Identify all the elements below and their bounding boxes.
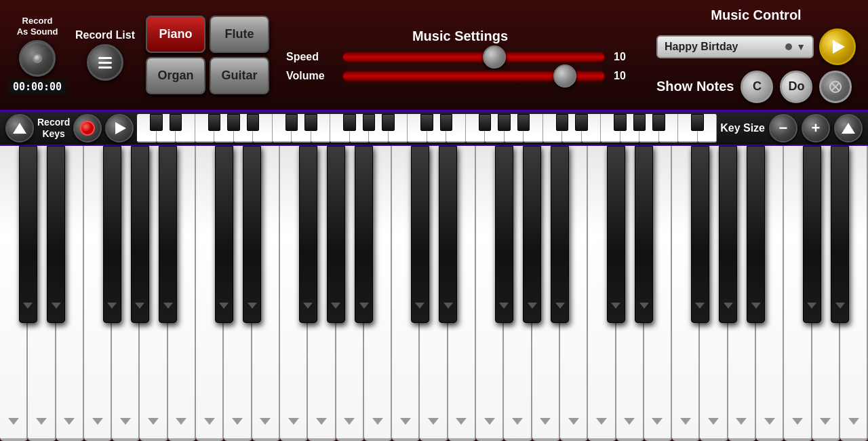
show-notes-label: Show Notes	[656, 79, 734, 94]
record-list-label: Record List	[75, 29, 135, 41]
record-list-button[interactable]	[87, 44, 123, 81]
top-bar: RecordAs Sound 00:00:00 Record List Pian…	[0, 0, 868, 112]
instrument-buttons: Piano Flute Organ Guitar	[146, 16, 269, 94]
music-settings-title: Music Settings	[412, 28, 508, 44]
black-key[interactable]	[831, 146, 849, 323]
mini-white-keys	[137, 114, 717, 142]
black-key[interactable]	[103, 146, 121, 323]
speed-slider-track[interactable]	[342, 51, 606, 63]
music-control-section: Music Control Happy Birtday ▼ Show Notes…	[651, 2, 861, 109]
volume-value: 10	[614, 70, 634, 82]
black-key[interactable]	[439, 146, 457, 323]
black-key[interactable]	[215, 146, 233, 323]
black-key[interactable]	[355, 146, 373, 323]
key-size-increase-button[interactable]: +	[802, 114, 830, 142]
speed-row: Speed 10	[286, 51, 634, 63]
play-button[interactable]	[819, 28, 856, 65]
black-key[interactable]	[327, 146, 345, 323]
play-keys-button[interactable]	[105, 114, 134, 142]
play-icon	[833, 40, 845, 54]
black-key[interactable]	[495, 146, 513, 323]
note-do-button[interactable]: Do	[780, 71, 812, 103]
speed-label: Speed	[286, 51, 334, 63]
music-control-title: Music Control	[656, 7, 856, 23]
record-keys-button[interactable]	[73, 114, 102, 142]
piano-wrapper	[0, 146, 868, 441]
list-icon	[98, 57, 112, 69]
speed-slider-thumb[interactable]	[483, 45, 506, 69]
black-key[interactable]	[47, 146, 65, 323]
song-select[interactable]: Happy Birtday ▼	[656, 35, 814, 58]
black-key[interactable]	[411, 146, 429, 323]
key-size-up-button[interactable]	[834, 114, 863, 142]
black-key[interactable]	[159, 146, 177, 323]
volume-slider-thumb[interactable]	[553, 64, 576, 88]
song-row: Happy Birtday ▼	[656, 28, 856, 65]
show-notes-row: Show Notes C Do	[656, 71, 856, 103]
record-list-section: Record List	[75, 29, 136, 81]
black-key[interactable]	[691, 146, 709, 323]
key-size-label: Key Size	[720, 122, 765, 134]
guitar-button[interactable]: Guitar	[210, 57, 269, 94]
song-dot	[785, 43, 792, 50]
key-size-section: Key Size − +	[720, 114, 863, 142]
song-dropdown-arrow: ▼	[796, 41, 806, 52]
note-special-button[interactable]	[819, 71, 852, 103]
keys-bar: RecordKeys Key Size − +	[0, 112, 868, 146]
black-key[interactable]	[19, 146, 37, 323]
record-keys-label: RecordKeys	[37, 117, 70, 140]
organ-button[interactable]: Organ	[146, 57, 205, 94]
piano-white-keys	[0, 146, 868, 441]
volume-row: Volume 10	[286, 70, 634, 82]
play-keys-icon	[115, 122, 126, 134]
black-key[interactable]	[607, 146, 625, 323]
black-key[interactable]	[747, 146, 765, 323]
record-circle-icon	[80, 121, 95, 136]
special-icon	[827, 79, 844, 95]
black-key[interactable]	[635, 146, 653, 323]
song-name: Happy Birtday	[665, 41, 738, 53]
record-as-sound-button[interactable]	[19, 40, 56, 77]
volume-slider-track[interactable]	[342, 70, 606, 82]
music-settings-section: Music Settings Speed 10 Volume 10	[276, 23, 644, 88]
note-c-button[interactable]: C	[741, 71, 773, 103]
key-size-up-icon	[842, 123, 855, 134]
key-size-decrease-button[interactable]: −	[769, 114, 797, 142]
piano-button[interactable]: Piano	[146, 16, 205, 53]
black-key[interactable]	[523, 146, 541, 323]
black-key[interactable]	[243, 146, 261, 323]
keys-up-button[interactable]	[5, 114, 34, 142]
up-arrow-icon	[13, 123, 26, 134]
black-key[interactable]	[719, 146, 737, 323]
black-key[interactable]	[131, 146, 149, 323]
volume-label: Volume	[286, 70, 334, 82]
black-key[interactable]	[803, 146, 821, 323]
record-as-sound-label: RecordAs Sound	[17, 16, 58, 37]
flute-button[interactable]: Flute	[210, 16, 269, 53]
black-key[interactable]	[299, 146, 317, 323]
timer-display: 00:00:00	[9, 79, 66, 94]
record-as-sound-section: RecordAs Sound 00:00:00	[7, 16, 68, 94]
speed-value: 10	[614, 51, 634, 63]
mini-piano-strip	[137, 114, 717, 142]
black-key[interactable]	[551, 146, 569, 323]
record-knob-dot	[33, 54, 42, 63]
